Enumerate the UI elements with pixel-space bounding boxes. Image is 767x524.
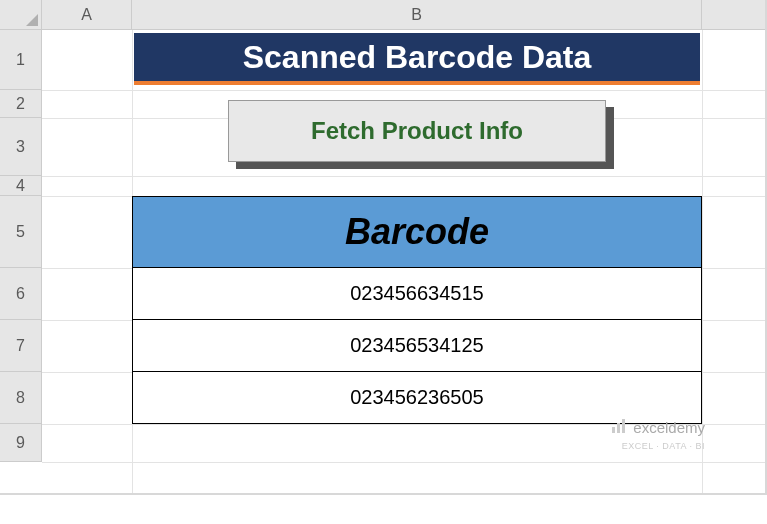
svg-rect-2 xyxy=(622,419,625,433)
row-header-8[interactable]: 8 xyxy=(0,372,41,424)
column-header-b[interactable]: B xyxy=(132,0,702,29)
page-title: Scanned Barcode Data xyxy=(134,33,700,85)
grid-line xyxy=(42,90,765,91)
watermark-text: exceldemy xyxy=(633,419,705,436)
row-header-9[interactable]: 9 xyxy=(0,424,41,462)
table-header-barcode: Barcode xyxy=(132,196,702,268)
spreadsheet-grid[interactable]: Scanned Barcode Data Fetch Product Info … xyxy=(42,30,765,493)
chart-icon xyxy=(611,417,629,438)
row-header-6[interactable]: 6 xyxy=(0,268,41,320)
grid-line xyxy=(42,176,765,177)
svg-rect-0 xyxy=(612,427,615,433)
row-header-5[interactable]: 5 xyxy=(0,196,41,268)
row-header-1[interactable]: 1 xyxy=(0,30,41,90)
table-row[interactable]: 023456634515 xyxy=(132,268,702,320)
table-row[interactable]: 023456534125 xyxy=(132,320,702,372)
row-header-2[interactable]: 2 xyxy=(0,90,41,118)
svg-rect-1 xyxy=(617,423,620,433)
row-headers: 1 2 3 4 5 6 7 8 9 xyxy=(0,30,42,462)
watermark-tagline: EXCEL · DATA · BI xyxy=(622,441,705,451)
column-header-a[interactable]: A xyxy=(42,0,132,29)
row-header-4[interactable]: 4 xyxy=(0,176,41,196)
watermark-brand: exceldemy xyxy=(611,417,705,438)
corner-triangle-icon xyxy=(26,14,38,26)
fetch-product-info-button[interactable]: Fetch Product Info xyxy=(228,100,606,162)
grid-line xyxy=(42,462,765,463)
select-all-corner[interactable] xyxy=(0,0,42,30)
row-header-3[interactable]: 3 xyxy=(0,118,41,176)
row-header-7[interactable]: 7 xyxy=(0,320,41,372)
column-headers: A B xyxy=(42,0,765,30)
